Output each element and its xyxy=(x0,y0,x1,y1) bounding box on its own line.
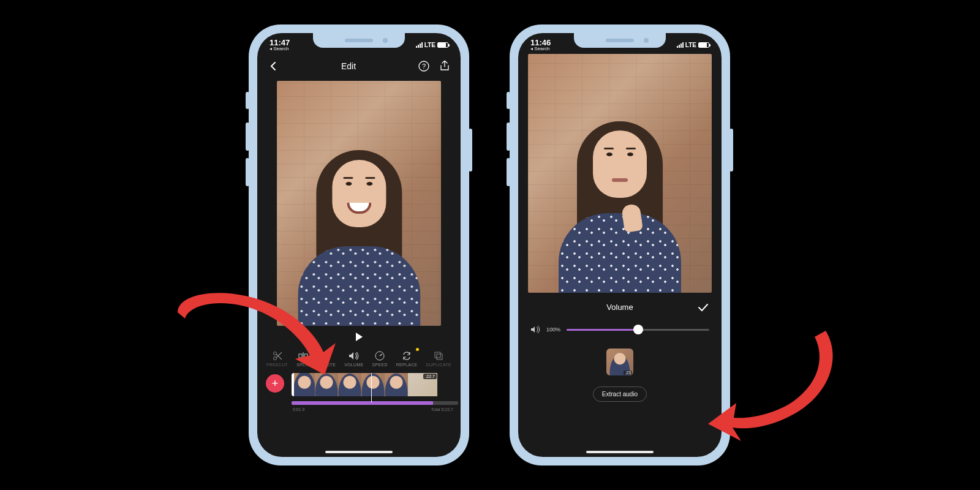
tool-replace[interactable]: REPLACE xyxy=(396,350,418,367)
carrier-label: LTE xyxy=(424,42,435,48)
svg-rect-5 xyxy=(304,354,307,358)
notch xyxy=(574,33,666,48)
tool-duplicate[interactable]: DUPLICATE xyxy=(426,350,451,367)
svg-text:?: ? xyxy=(422,62,426,70)
replace-icon xyxy=(401,350,412,361)
tool-label: DELETE xyxy=(318,363,336,367)
battery-icon xyxy=(698,42,709,48)
home-indicator[interactable] xyxy=(586,451,654,453)
svg-rect-9 xyxy=(437,354,442,360)
timeline-area: + :22.7 0:01.9 Total 0:22.7 xyxy=(257,369,461,412)
volume-up-button xyxy=(246,123,249,151)
svg-rect-8 xyxy=(435,352,440,358)
timeline[interactable]: :22.7 xyxy=(292,373,458,400)
status-time: 11:47 xyxy=(270,39,290,47)
power-button xyxy=(729,129,733,172)
volume-up-button xyxy=(507,123,510,151)
signal-icon xyxy=(677,42,684,48)
tool-delete[interactable]: DELETE xyxy=(318,350,336,367)
status-time: 11:46 xyxy=(530,39,551,47)
tool-label: REPLACE xyxy=(396,363,418,367)
tool-label: FREECUT xyxy=(266,363,288,367)
tool-label: SPEED xyxy=(372,363,388,367)
battery-icon xyxy=(437,42,448,48)
new-feature-dot xyxy=(416,348,419,351)
volume-panel: Volume 100% :23 Extract audio xyxy=(518,293,722,402)
split-icon xyxy=(298,350,309,361)
edit-toolbar: FREECUT SPLIT DELETE VOLUME SPEED RE xyxy=(257,348,461,369)
trash-icon xyxy=(322,350,333,361)
play-button[interactable] xyxy=(353,331,365,343)
screen-volume: 11:46 ◂ Search LTE xyxy=(518,33,722,457)
phone-mockup-right: 11:46 ◂ Search LTE xyxy=(510,24,730,466)
share-icon[interactable] xyxy=(439,60,451,72)
timeline-thumb[interactable] xyxy=(292,373,315,396)
playhead[interactable] xyxy=(371,373,372,402)
status-back-to-search[interactable]: ◂ Search xyxy=(530,47,551,51)
mute-switch xyxy=(246,92,249,109)
timeline-thumb[interactable] xyxy=(315,373,338,396)
video-preview[interactable] xyxy=(528,54,712,293)
video-preview[interactable] xyxy=(277,81,441,326)
total-time: Total 0:22.7 xyxy=(431,407,453,412)
screen-edit: 11:47 ◂ Search LTE Edit ? xyxy=(257,33,461,457)
volume-percent: 100% xyxy=(546,326,560,333)
volume-down-button xyxy=(246,158,249,186)
svg-rect-4 xyxy=(299,354,302,358)
volume-down-button xyxy=(507,158,510,186)
clip-duration-badge: :22.7 xyxy=(423,374,437,379)
tool-volume[interactable]: VOLUME xyxy=(344,350,363,367)
timeline-thumb[interactable] xyxy=(361,373,385,396)
speed-icon xyxy=(374,350,385,361)
nav-bar: Edit ? xyxy=(257,54,461,78)
back-button[interactable] xyxy=(267,60,279,72)
tool-freecut[interactable]: FREECUT xyxy=(266,350,288,367)
slider-fill xyxy=(567,329,638,331)
svg-point-2 xyxy=(273,352,276,355)
page-title: Edit xyxy=(341,61,356,71)
tool-label: VOLUME xyxy=(344,363,363,367)
volume-icon xyxy=(349,350,360,361)
clip-thumbnail[interactable]: :23 xyxy=(606,349,633,375)
signal-icon xyxy=(416,42,423,48)
timeline-thumb[interactable]: :22.7 xyxy=(408,373,437,396)
power-button xyxy=(469,129,472,172)
scissors-icon xyxy=(272,350,283,361)
svg-point-3 xyxy=(273,357,276,360)
tool-split[interactable]: SPLIT xyxy=(296,350,309,367)
tool-speed[interactable]: SPEED xyxy=(372,350,388,367)
plus-icon: + xyxy=(272,377,279,390)
home-indicator[interactable] xyxy=(325,451,393,453)
extract-audio-button[interactable]: Extract audio xyxy=(593,386,647,402)
duplicate-icon xyxy=(433,350,444,361)
help-icon[interactable]: ? xyxy=(418,60,430,72)
confirm-button[interactable] xyxy=(697,301,709,314)
notch xyxy=(313,33,405,48)
tool-label: SPLIT xyxy=(296,363,309,367)
tool-label: DUPLICATE xyxy=(426,363,451,367)
add-clip-button[interactable]: + xyxy=(266,374,284,393)
mute-switch xyxy=(507,92,510,109)
timeline-thumb[interactable] xyxy=(385,373,408,396)
slider-knob[interactable] xyxy=(633,325,643,334)
status-back-to-search[interactable]: ◂ Search xyxy=(270,47,290,51)
timeline-thumb[interactable] xyxy=(338,373,361,396)
volume-title: Volume xyxy=(606,303,633,312)
current-time: 0:01.9 xyxy=(293,407,304,412)
phone-mockup-left: 11:47 ◂ Search LTE Edit ? xyxy=(249,24,469,466)
volume-icon xyxy=(530,325,540,334)
clip-duration: :23 xyxy=(624,371,632,375)
volume-slider[interactable] xyxy=(567,329,709,331)
carrier-label: LTE xyxy=(685,42,696,48)
